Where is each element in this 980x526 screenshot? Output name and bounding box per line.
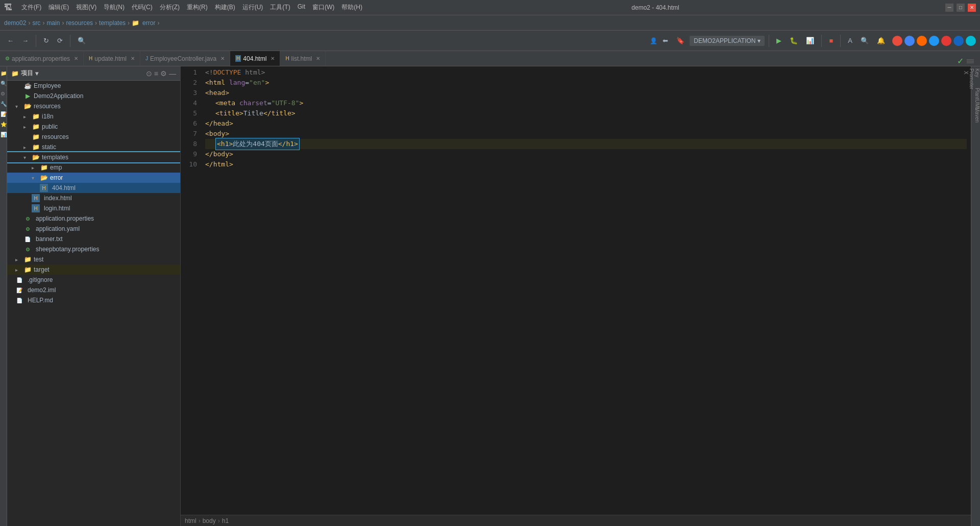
tree-employee[interactable]: ☕ Employee (7, 81, 180, 91)
menu-help[interactable]: 帮助(H) (338, 2, 365, 13)
tab-close-employee[interactable]: ✕ (220, 56, 225, 61)
tab-employee-controller[interactable]: J EmployeeController.java ✕ (140, 51, 230, 66)
left-icon-2[interactable]: 🔍 (1, 81, 7, 87)
tree-help-md[interactable]: 📄 HELP.md (7, 295, 180, 305)
tree-sheep-props[interactable]: ⚙ sheepbotany.properties (7, 244, 180, 254)
tab-list-html[interactable]: H list.html ✕ (280, 51, 326, 66)
menu-code[interactable]: 代码(C) (129, 2, 156, 13)
tree-demo2-iml[interactable]: 📝 demo2.iml (7, 285, 180, 295)
tree-templates[interactable]: ▾ 📂 templates (7, 152, 180, 162)
browser-icon-2 (904, 36, 915, 46)
menu-bar[interactable]: 文件(F) 编辑(E) 视图(V) 导航(N) 代码(C) 分析(Z) 重构(R… (18, 2, 365, 13)
build-button[interactable]: ▶ (773, 35, 785, 46)
menu-tools[interactable]: 工具(T) (267, 2, 293, 13)
left-icon-4[interactable]: 🔧 (1, 101, 7, 107)
notifications-button[interactable]: 🔔 (874, 35, 888, 46)
bookmarks-button[interactable]: 🔖 (673, 35, 688, 46)
tab-close-list[interactable]: ✕ (316, 56, 320, 61)
tab-update-html[interactable]: H update.html ✕ (84, 51, 140, 66)
app-icon: 🏗 (4, 3, 12, 12)
debug-button[interactable]: 🐛 (787, 35, 801, 46)
tree-public[interactable]: ▸ 📁 public (7, 122, 180, 132)
tree-error[interactable]: ▾ 📂 error (7, 173, 180, 183)
menu-run[interactable]: 运行(U) (239, 2, 266, 13)
tree-app-props[interactable]: ⚙ application.properties (7, 213, 180, 224)
editor-bc-body[interactable]: body (203, 517, 216, 524)
refresh-button[interactable]: ↻ (40, 35, 52, 46)
tree-gitignore[interactable]: 📄 .gitignore (7, 275, 180, 285)
sidebar-scroll-target[interactable]: ⊙ (146, 69, 152, 78)
paint-uml-icon[interactable]: PlantUML (972, 88, 980, 96)
breadcrumb-item[interactable]: main (46, 19, 60, 27)
editor-bc-html[interactable]: html (185, 517, 197, 524)
forward-button[interactable]: → (19, 35, 32, 46)
key-promoter-icon[interactable]: Key Promoter X (972, 68, 980, 77)
stop-button[interactable]: ■ (826, 35, 836, 46)
sidebar-actions[interactable]: ⊙ ≡ ⚙ — (146, 69, 176, 78)
menu-view[interactable]: 视图(V) (73, 2, 100, 13)
tab-application-properties[interactable]: ⚙ application.properties ✕ (0, 51, 84, 66)
code-content[interactable]: <!DOCTYPE html> <html lang="en"> <head> … (201, 66, 971, 515)
breadcrumb-item[interactable]: src (32, 19, 40, 27)
translate-button[interactable]: A (845, 35, 855, 46)
window-controls[interactable]: ─ □ ✕ (945, 4, 976, 12)
left-icon-7[interactable]: 📊 (1, 132, 7, 138)
run-coverage-button[interactable]: 📊 (803, 35, 817, 46)
menu-git[interactable]: Git (295, 2, 308, 13)
menu-refactor[interactable]: 重构(R) (184, 2, 211, 13)
close-button[interactable]: ✕ (968, 4, 976, 12)
tab-close-404[interactable]: ✕ (271, 56, 275, 61)
run-config-display[interactable]: DEMO2APPLICATION ▾ (690, 36, 765, 46)
maximize-button[interactable]: □ (957, 4, 965, 12)
back-button[interactable]: ← (4, 35, 17, 46)
sidebar-collapse[interactable]: ≡ (154, 69, 158, 78)
tree-resources[interactable]: ▾ 📂 resources (7, 101, 180, 111)
tree-404-html[interactable]: H 404.html (7, 183, 180, 193)
tree-login-html[interactable]: H login.html (7, 203, 180, 213)
maven-icon[interactable]: Maven (972, 107, 980, 115)
menu-window[interactable]: 窗口(W) (309, 2, 337, 13)
tree-banner[interactable]: 📄 banner.txt (7, 234, 180, 244)
tree-static[interactable]: ▸ 📁 static (7, 142, 180, 152)
tree-resources-sub[interactable]: 📁 resources (7, 132, 180, 142)
editor-content[interactable]: 1 2 3 4 5 6 7 8 9 10 <!DOCTYPE html> <ht… (181, 66, 971, 515)
breadcrumb-item[interactable]: resources (66, 19, 93, 27)
menu-nav[interactable]: 导航(N) (101, 2, 128, 13)
back-nav-button[interactable]: ⬅ (659, 35, 671, 46)
tab-close-application[interactable]: ✕ (74, 56, 78, 61)
sidebar-settings[interactable]: ⚙ (160, 69, 167, 78)
left-icon-6[interactable]: ⭐ (1, 122, 7, 128)
sync-button[interactable]: ⟳ (54, 35, 66, 46)
sidebar-dropdown-icon[interactable]: ▾ (35, 70, 38, 77)
sidebar-title-text: 项目 (21, 69, 33, 78)
tree-index-html[interactable]: H index.html (7, 193, 180, 203)
left-icon-3[interactable]: ⚙ (1, 91, 7, 97)
breadcrumb-item-templates[interactable]: templates (99, 19, 126, 27)
menu-analyze[interactable]: 分析(Z) (157, 2, 183, 13)
left-icon-5[interactable]: 📝 (1, 111, 7, 117)
minimize-button[interactable]: ─ (945, 4, 953, 12)
tab-close-update[interactable]: ✕ (131, 56, 135, 61)
breadcrumb-item[interactable]: error (142, 19, 155, 27)
tree-app-yaml[interactable]: ⚙ application.yaml (7, 224, 180, 234)
login-html-label: login.html (44, 205, 70, 212)
breadcrumb-sep: › (62, 19, 64, 27)
menu-edit[interactable]: 编辑(E) (45, 2, 72, 13)
search-everywhere-button[interactable]: 🔍 (857, 35, 872, 46)
editor-bc-h1[interactable]: h1 (222, 517, 229, 524)
tree-i18n[interactable]: ▸ 📁 i18n (7, 111, 180, 122)
menu-build[interactable]: 构建(B) (212, 2, 238, 13)
tree-target[interactable]: ▸ 📁 target (7, 265, 180, 275)
tree-demo2app[interactable]: ▶ Demo2Application (7, 91, 180, 101)
search-button[interactable]: 🔍 (75, 35, 89, 46)
tab-404-html[interactable]: H 404.html ✕ (230, 51, 280, 66)
menu-file[interactable]: 文件(F) (18, 2, 44, 13)
tree-emp[interactable]: ▸ 📁 emp (7, 162, 180, 173)
left-icon-1[interactable]: 📁 (1, 70, 7, 77)
error-icon: 📂 (40, 174, 48, 182)
browser-icon-5 (941, 36, 951, 46)
sidebar-minimize[interactable]: — (169, 69, 176, 78)
breadcrumb-item[interactable]: demo02 (4, 19, 26, 27)
browser-icon-4 (929, 36, 939, 46)
tree-test[interactable]: ▸ 📁 test (7, 254, 180, 265)
